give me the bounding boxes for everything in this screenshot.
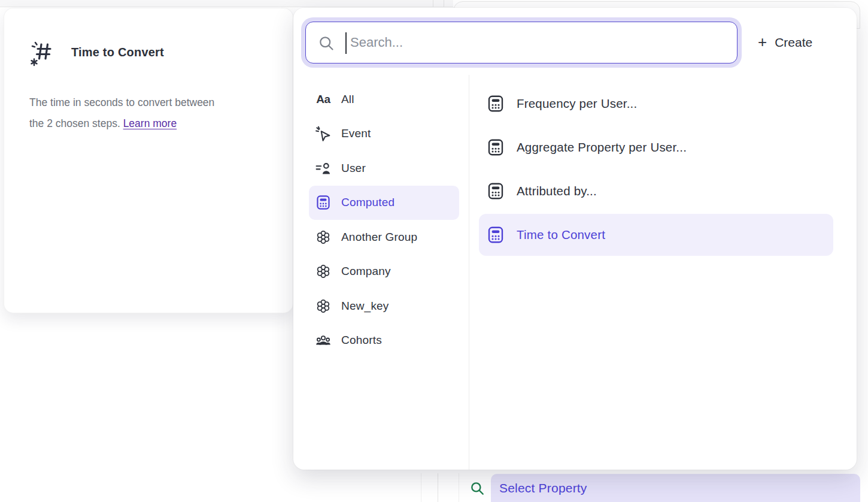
background-panel-edge (438, 473, 438, 502)
result-frequency-per-user[interactable]: Frequency per User... (479, 83, 833, 125)
sidebar-item-another-group[interactable]: Another Group (309, 220, 459, 255)
create-button[interactable]: + Create (758, 29, 812, 56)
select-property-control[interactable]: Select Property (469, 474, 860, 502)
aa-text-icon: Aa (315, 92, 331, 107)
sidebar-item-new-key[interactable]: New_key (309, 289, 459, 323)
group-icon (315, 229, 331, 245)
result-attributed-by[interactable]: Attributed by... (479, 170, 833, 212)
result-aggregate-property-per-user[interactable]: Aggregate Property per User... (479, 126, 833, 168)
sidebar-item-event[interactable]: Event (309, 117, 459, 152)
learn-more-link[interactable]: Learn more (123, 117, 177, 129)
category-sidebar: Aa All Event (309, 82, 459, 358)
calculator-icon (315, 195, 331, 210)
search-input[interactable] (306, 22, 737, 63)
background-panel-edge (421, 473, 421, 502)
search-box[interactable] (305, 22, 738, 63)
user-icon (315, 161, 331, 176)
group-icon (315, 264, 331, 279)
sidebar-item-cohorts[interactable]: Cohorts (309, 323, 459, 358)
group-icon (315, 298, 331, 314)
search-icon (469, 480, 485, 496)
background-top-strip (0, 0, 453, 7)
sidebar-item-user[interactable]: User (309, 151, 459, 186)
text-caret (345, 32, 347, 54)
result-time-to-convert[interactable]: Time to Convert (479, 214, 833, 256)
divider (469, 75, 469, 470)
background-panel-edge (433, 0, 433, 7)
event-click-icon (315, 126, 331, 141)
calculator-icon (487, 95, 505, 113)
screen: Select Property (0, 0, 868, 502)
cohorts-icon (315, 332, 331, 348)
property-results-list: Frequency per User... Aggregate Property… (479, 83, 833, 258)
tooltip-title: Time to Convert (71, 46, 164, 59)
calculator-icon (487, 138, 505, 156)
number-hash-icon (29, 37, 56, 67)
background-panel-edge (444, 0, 444, 7)
property-tooltip-card: Time to Convert The time in seconds to c… (4, 8, 293, 313)
sidebar-item-company[interactable]: Company (309, 255, 459, 289)
select-property-label: Select Property (499, 481, 587, 495)
sidebar-item-computed[interactable]: Computed (309, 186, 459, 220)
sidebar-item-all[interactable]: Aa All (309, 82, 459, 117)
calculator-icon (487, 182, 505, 200)
background-panel-edge (459, 473, 459, 502)
select-property-pill[interactable]: Select Property (491, 474, 860, 502)
tooltip-description: The time in seconds to convert between t… (29, 92, 269, 134)
plus-icon: + (758, 34, 767, 50)
property-picker-dropdown: + Create Aa All Event (293, 8, 857, 470)
calculator-icon (487, 226, 505, 244)
